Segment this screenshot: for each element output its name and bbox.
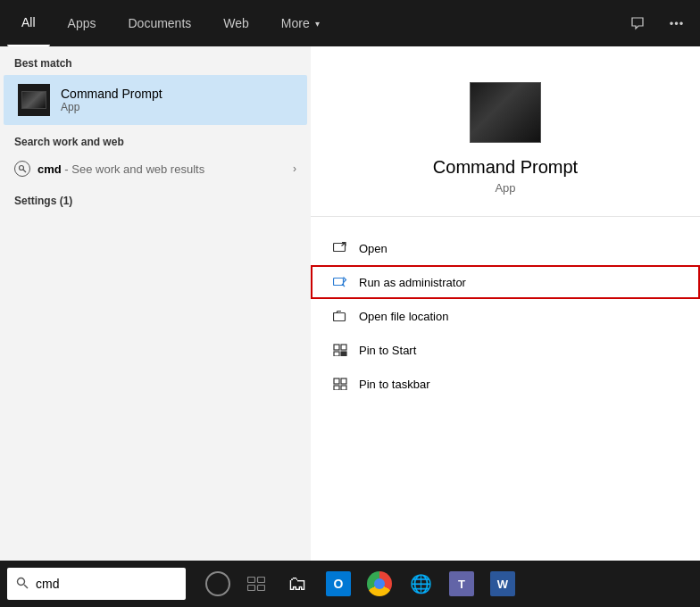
run-as-admin-icon — [332, 274, 348, 290]
task-view-icon — [205, 571, 230, 596]
web-search-text: cmd - See work and web results — [38, 162, 204, 176]
pin-taskbar-svg-icon — [333, 378, 347, 390]
task-view-button[interactable] — [200, 561, 236, 607]
file-location-icon — [332, 308, 348, 324]
pin-to-start-icon — [332, 342, 348, 358]
chrome-icon — [367, 571, 392, 596]
menu-item-pin-to-taskbar-label: Pin to taskbar — [359, 378, 430, 391]
svg-rect-13 — [341, 386, 346, 390]
task-view-toggle-button[interactable] — [236, 561, 277, 607]
svg-point-0 — [20, 166, 24, 170]
chevron-down-icon: ▾ — [315, 19, 320, 29]
svg-line-1 — [23, 170, 26, 172]
menu-item-pin-to-taskbar[interactable]: Pin to taskbar — [311, 367, 700, 401]
svg-rect-6 — [334, 345, 339, 350]
nav-tab-more-label: More — [281, 16, 310, 30]
taskbar-search-text: cmd — [36, 577, 59, 591]
app-preview-type: App — [495, 181, 515, 195]
edge-button[interactable]: 🌐 — [400, 561, 441, 607]
file-explorer-button[interactable]: 🗂 — [277, 561, 318, 607]
cmd-app-name: Command Prompt — [61, 87, 162, 101]
web-search-item[interactable]: cmd - See work and web results › — [0, 154, 311, 184]
app-preview: Command Prompt App — [311, 46, 700, 217]
menu-item-pin-to-start[interactable]: Pin to Start — [311, 333, 700, 367]
nav-tab-documents[interactable]: Documents — [113, 0, 205, 46]
cmd-app-info: Command Prompt App — [61, 87, 162, 113]
chevron-right-icon: › — [293, 162, 296, 175]
nav-tab-more[interactable]: More ▾ — [267, 0, 334, 46]
top-nav-bar: All Apps Documents Web More ▾ ••• — [0, 0, 700, 46]
taskbar-magnifier-icon — [16, 577, 29, 589]
menu-item-run-as-admin-label: Run as administrator — [359, 276, 466, 289]
svg-rect-8 — [334, 352, 339, 356]
context-menu: Open Run as administrator — [311, 217, 700, 415]
menu-item-open[interactable]: Open — [311, 231, 700, 265]
menu-item-run-as-admin[interactable]: Run as administrator — [311, 265, 700, 299]
nav-tab-apps-label: Apps — [68, 16, 96, 30]
svg-rect-10 — [334, 378, 339, 384]
nav-tab-all[interactable]: All — [7, 0, 50, 46]
nav-tab-apps[interactable]: Apps — [54, 0, 111, 46]
chrome-button[interactable] — [359, 561, 400, 607]
nav-tab-web-label: Web — [223, 16, 249, 30]
open-icon — [332, 240, 348, 256]
nav-tab-all-label: All — [21, 15, 36, 29]
file-explorer-icon: 🗂 — [288, 572, 307, 595]
svg-rect-12 — [334, 386, 339, 390]
word-icon: W — [490, 571, 515, 596]
more-options-button[interactable]: ••• — [661, 7, 693, 39]
svg-rect-11 — [341, 378, 346, 384]
cmd-app-type: App — [61, 101, 162, 113]
svg-line-15 — [24, 585, 28, 588]
cmd-icon-inner — [21, 91, 46, 109]
search-circle-icon — [14, 161, 30, 177]
admin-svg-icon — [333, 276, 347, 288]
file-location-svg-icon — [333, 310, 347, 322]
taskbar-search-icon — [16, 577, 29, 592]
multitask-icon — [247, 577, 265, 591]
svg-rect-5 — [334, 313, 346, 321]
feedback-icon — [630, 16, 645, 30]
settings-label: Settings (1) — [0, 184, 311, 212]
taskbar: cmd 🗂 O 🌐 — [0, 561, 700, 607]
svg-rect-18 — [248, 586, 255, 591]
outlook-button[interactable]: O — [318, 561, 359, 607]
ellipsis-icon: ••• — [670, 17, 685, 30]
best-match-item-cmd[interactable]: Command Prompt App — [4, 75, 307, 125]
edge-icon: 🌐 — [410, 573, 432, 595]
right-panel: Command Prompt App Open — [311, 46, 700, 600]
pin-start-svg-icon — [333, 344, 347, 356]
outlook-icon: O — [326, 571, 351, 596]
svg-rect-19 — [258, 586, 265, 591]
taskbar-app-icons: 🗂 O 🌐 T W — [200, 561, 523, 607]
search-work-web-label: Search work and web — [0, 125, 311, 154]
svg-rect-17 — [258, 578, 265, 583]
main-content: Best match Command Prompt App Search wor… — [0, 46, 700, 600]
nav-tab-web[interactable]: Web — [209, 0, 263, 46]
app-preview-icon — [470, 82, 541, 143]
search-magnifier-icon — [18, 164, 27, 173]
cmd-icon — [18, 84, 50, 116]
menu-item-open-label: Open — [359, 242, 388, 255]
best-match-label: Best match — [0, 46, 311, 75]
feedback-button[interactable] — [621, 7, 654, 39]
open-svg-icon — [333, 242, 347, 254]
svg-rect-16 — [248, 578, 255, 583]
word-button[interactable]: W — [482, 561, 523, 607]
app-preview-name: Command Prompt — [433, 157, 578, 178]
pin-to-taskbar-icon — [332, 376, 348, 392]
search-query: cmd — [38, 162, 62, 176]
search-hint: - See work and web results — [62, 162, 204, 176]
svg-rect-7 — [341, 345, 346, 350]
svg-point-14 — [18, 578, 25, 585]
taskbar-search-box[interactable]: cmd — [7, 568, 186, 600]
teams-button[interactable]: T — [441, 561, 482, 607]
menu-item-open-file-location[interactable]: Open file location — [311, 299, 700, 333]
nav-tab-documents-label: Documents — [128, 16, 191, 30]
menu-item-open-file-location-label: Open file location — [359, 310, 448, 323]
left-panel: Best match Command Prompt App Search wor… — [0, 46, 311, 600]
nav-right-icons: ••• — [621, 7, 693, 39]
menu-item-pin-to-start-label: Pin to Start — [359, 344, 416, 357]
teams-icon: T — [449, 571, 474, 596]
